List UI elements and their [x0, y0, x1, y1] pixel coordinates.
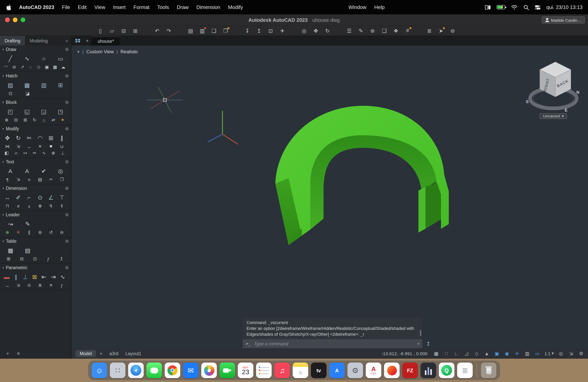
text-style-icon[interactable]: ¶ — [2, 176, 13, 183]
palette-section-header[interactable]: ▾Leader⚙ — [0, 211, 71, 219]
menu-item[interactable]: Modify — [224, 0, 247, 14]
redo-icon[interactable]: ↷ — [165, 27, 173, 34]
panel-settings-icon[interactable]: ⚙ — [65, 159, 69, 164]
add-leader-icon[interactable]: ⊕ — [2, 229, 13, 236]
align-icon[interactable]: ⊥ — [58, 150, 67, 156]
share-command-icon[interactable]: ↥ — [426, 341, 431, 347]
music-dock-icon[interactable]: ♫ — [274, 362, 290, 378]
wipeout-icon[interactable]: ▩ — [51, 64, 59, 70]
panel-settings-icon[interactable]: ⚙ — [65, 186, 69, 191]
text-scale-icon[interactable]: ⇲ — [13, 176, 24, 183]
drawing-canvas[interactable]: + | Custom View | Realistic — [72, 45, 588, 348]
layer-properties-icon[interactable]: ⊜ — [449, 27, 457, 34]
apple-menu-icon[interactable] — [6, 4, 11, 10]
jogged-dimension-icon[interactable]: ↯ — [45, 203, 56, 209]
etransmit-icon[interactable]: ✈ — [278, 27, 286, 34]
polygon-icon[interactable]: ◇ — [35, 64, 43, 70]
app-store-dock-icon[interactable]: A — [329, 362, 345, 378]
save-icon[interactable]: ⊟ — [120, 27, 127, 34]
viewcube[interactable]: RIGHT BACK S E N Unnamed▾ — [520, 56, 587, 125]
import-text-icon[interactable]: ▤ — [35, 176, 45, 183]
horizontal-constraint-icon[interactable]: ⇤ — [39, 272, 49, 282]
reminders-dock-icon[interactable] — [256, 362, 272, 378]
menu-item[interactable]: Window — [345, 0, 370, 14]
menu-item[interactable]: View — [90, 0, 109, 14]
messages-dock-icon[interactable] — [147, 362, 162, 378]
ortho-mode-icon[interactable]: ∟ — [453, 351, 459, 356]
annotative-hatch-icon[interactable]: ◪ — [19, 90, 36, 97]
polar-tracking-icon[interactable]: ◿ — [463, 351, 469, 356]
explode-icon[interactable]: ✸ — [45, 143, 56, 150]
properties-icon[interactable]: ☰ — [345, 27, 353, 34]
angular-dimension-icon[interactable]: ∠ — [45, 192, 56, 203]
lengthen-icon[interactable]: ↦ — [21, 150, 30, 156]
command-scrollbar[interactable] — [420, 330, 421, 336]
point-icon[interactable]: ∴ — [26, 64, 35, 70]
textedit-dock-icon[interactable]: ≣ — [457, 362, 473, 378]
minimize-window-button[interactable] — [13, 18, 18, 22]
compass-south[interactable]: S — [526, 99, 529, 104]
merge-cells-icon[interactable]: ⊡ — [28, 255, 42, 262]
compass-north[interactable]: N — [576, 90, 579, 95]
ray-icon[interactable]: ↗ — [18, 64, 26, 70]
finder-dock-icon[interactable]: ☺ — [92, 362, 107, 378]
replace-block-icon[interactable]: ⇄ — [49, 117, 58, 123]
snap-mode-icon[interactable]: ∷ — [443, 351, 449, 356]
explode-block-icon[interactable]: ✶ — [58, 117, 67, 123]
dimension-style-icon[interactable]: ⊓ — [2, 203, 13, 209]
palette-section-header[interactable]: ▾Block⚙ — [0, 98, 71, 106]
palette-menu-icon[interactable]: ≡ — [17, 350, 20, 356]
panel-settings-icon[interactable]: ⚙ — [65, 239, 69, 244]
change-space-icon[interactable]: ▱ — [11, 150, 21, 156]
new-drawing-tab-button[interactable]: + — [83, 36, 91, 45]
facetime-dock-icon[interactable] — [220, 362, 235, 378]
layout-tab[interactable]: a3rd — [106, 351, 122, 356]
palette-section-header[interactable]: ▾Text⚙ — [0, 158, 71, 166]
quick-dimension-icon[interactable]: ✐ — [13, 192, 24, 203]
write-block-icon[interactable]: ◲ — [35, 106, 52, 117]
panel-settings-icon[interactable]: ⚙ — [65, 73, 69, 78]
erase-icon[interactable]: ✕ — [35, 143, 45, 150]
stretch-icon[interactable]: ↔ — [24, 143, 35, 150]
join-icon[interactable]: ⊔ — [56, 143, 67, 150]
mail-dock-icon[interactable]: ✉ — [183, 362, 199, 378]
palette-tab-drafting[interactable]: Drafting — [0, 36, 25, 45]
open-icon[interactable]: ▱ — [108, 27, 116, 34]
panel-settings-icon[interactable]: ⚙ — [65, 100, 69, 105]
qnew-icon[interactable]: ▯ — [96, 27, 104, 34]
sync-attributes-icon[interactable]: ↻ — [30, 117, 39, 123]
collect-leaders-icon[interactable]: ⊚ — [35, 229, 45, 236]
polyline-icon[interactable]: ∿ — [19, 53, 35, 64]
insert-table-icon[interactable]: ▦ — [2, 245, 19, 255]
signed-in-user-button[interactable]: Matilde Cardin… — [542, 16, 585, 24]
menu-item[interactable]: Dimension — [192, 0, 224, 14]
perpendicular-constraint-icon[interactable]: ⊥ — [21, 272, 30, 282]
panel-settings-icon[interactable]: ⚙ — [65, 47, 69, 52]
rotate-icon[interactable]: ↻ — [13, 133, 24, 143]
batch-plot-icon[interactable]: ❐ — [222, 27, 230, 34]
center-mark-icon[interactable]: ⊕ — [35, 203, 45, 209]
palette-section-header[interactable]: ▾Dimension⚙ — [0, 184, 71, 192]
trash-dock-icon[interactable] — [481, 362, 496, 378]
check-spelling-icon[interactable]: ✔ — [35, 166, 52, 176]
delete-constraints-icon[interactable]: ✕ — [45, 282, 56, 289]
lock-constraint-icon[interactable]: ⊠ — [30, 272, 39, 282]
3d-solid-uhouse[interactable] — [266, 98, 461, 265]
plot-icon[interactable]: ▤ — [187, 27, 194, 34]
palette-add-button[interactable]: + — [6, 350, 9, 356]
region-icon[interactable]: ▣ — [43, 64, 51, 70]
export-pdf-icon[interactable]: ❐ — [56, 176, 67, 183]
rectangle-icon[interactable]: ▭ — [52, 53, 69, 64]
create-block-icon[interactable]: ◱ — [19, 106, 35, 117]
annotation-monitor-icon[interactable]: ▲ — [484, 351, 490, 356]
edit-polyline-icon[interactable]: ✏ — [30, 150, 39, 156]
filezilla-dock-icon[interactable]: FZ — [402, 362, 418, 378]
dimension-break-icon[interactable]: # — [13, 203, 24, 209]
delete-duplicates-icon[interactable]: ⊗ — [49, 150, 58, 156]
hatch-solid-icon[interactable]: ▩ — [19, 80, 35, 90]
safari-dock-icon[interactable]: ➤ — [128, 362, 144, 378]
menu-item[interactable]: Format — [129, 0, 153, 14]
named-view-dropdown[interactable]: Unnamed▾ — [540, 113, 567, 119]
isolate-objects-icon[interactable]: ◎ — [558, 351, 564, 356]
new-layout-button[interactable]: + — [100, 351, 103, 356]
